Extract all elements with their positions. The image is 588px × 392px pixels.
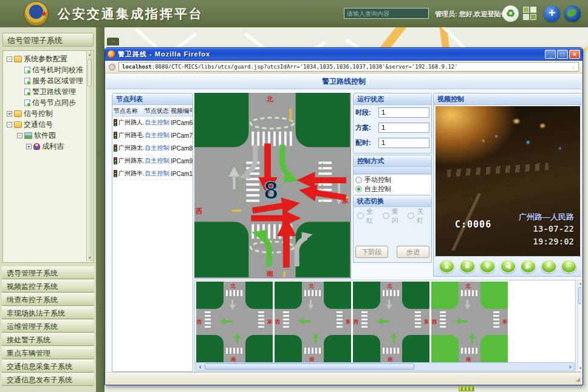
- vertical-scrollbar[interactable]: ▲ ▼: [577, 280, 581, 372]
- col-node-name[interactable]: 节点名称: [112, 105, 145, 116]
- node-status[interactable]: 自主控制: [145, 144, 169, 152]
- scrollbar-thumb[interactable]: [87, 59, 92, 87]
- scroll-down-icon[interactable]: ▼: [578, 365, 581, 371]
- field-value-input[interactable]: 1: [378, 107, 429, 118]
- tree-item[interactable]: - 软件园: [3, 130, 93, 141]
- col-video-id[interactable]: 视频编号: [169, 105, 193, 116]
- table-row[interactable]: 广州路半... 自主控制 IPCam10: [112, 167, 193, 180]
- sidebar-section[interactable]: 重点车辆管理: [2, 346, 94, 359]
- table-row[interactable]: 广州路太... 自主控制 IPCam8: [112, 142, 193, 155]
- close-button[interactable]: ×: [569, 50, 580, 59]
- tree-item[interactable]: - 交通信号: [3, 119, 93, 130]
- scroll-right-icon[interactable]: ›: [566, 363, 574, 370]
- sidebar-section[interactable]: 缉查布控子系统: [2, 293, 94, 306]
- tree-item-icon: [14, 110, 22, 117]
- tree-expander-icon[interactable]: +: [26, 144, 32, 149]
- ptz-button[interactable]: ■: [460, 260, 475, 273]
- node-list-title: 节点列表: [112, 93, 193, 105]
- resize-grip-icon[interactable]: ◢: [576, 376, 580, 382]
- radio-icon[interactable]: [383, 212, 389, 219]
- state-switch-radio[interactable]: 关灯: [408, 211, 428, 220]
- node-status[interactable]: 自主控制: [145, 169, 169, 178]
- sidebar-section[interactable]: 交通信息采集子系统: [2, 360, 94, 373]
- node-status[interactable]: 自主控制: [145, 118, 169, 127]
- sidebar-header-signal-subsystem[interactable]: 信号管理子系统: [2, 33, 94, 47]
- node-status[interactable]: 自主控制: [145, 131, 169, 140]
- tree-item[interactable]: + 成利吉: [3, 141, 93, 152]
- tree-item-icon: [24, 67, 30, 73]
- refresh-icon[interactable]: ♻: [502, 5, 519, 22]
- collapse-handle[interactable]: ‥: [107, 38, 119, 46]
- tree-item[interactable]: 服务器区域管理: [3, 75, 93, 86]
- state-switch-radio[interactable]: 黄闪: [383, 211, 403, 220]
- step-button[interactable]: 步进: [397, 246, 429, 258]
- tree-scrollbar[interactable]: ▲ ▼: [86, 52, 92, 262]
- minimize-button[interactable]: _: [545, 50, 556, 59]
- phase-thumbnails: 北 南 西 东: [196, 282, 508, 362]
- bookmark-star-icon[interactable]: ☆: [569, 63, 575, 71]
- tree-item[interactable]: 警卫路线管理: [3, 86, 93, 97]
- radio-icon[interactable]: [355, 177, 362, 183]
- sidebar-section[interactable]: 诱导管理子系统: [2, 266, 94, 279]
- scroll-up-icon[interactable]: ▲: [578, 280, 581, 286]
- tree-expander-icon[interactable]: -: [7, 56, 12, 62]
- state-switch-radio[interactable]: 全红: [357, 211, 377, 220]
- tree-expander-icon[interactable]: -: [7, 122, 12, 127]
- field-value-input[interactable]: 1: [378, 138, 429, 148]
- next-stage-button[interactable]: 下阶段: [355, 246, 388, 258]
- tree-expander-icon[interactable]: +: [7, 111, 12, 117]
- sidebar-section-label: 非现场执法子系统: [7, 309, 65, 317]
- svg-text:北: 北: [387, 283, 392, 289]
- ptz-button[interactable]: ▼: [480, 260, 495, 273]
- camera-feed[interactable]: C:0006 广州路—人民路 13-07-22 19:29:02: [436, 106, 580, 257]
- phase-thumbnail[interactable]: 北 南 西 东: [353, 282, 429, 362]
- col-node-status[interactable]: 节点状态: [145, 105, 169, 116]
- scroll-up-icon[interactable]: ▲: [87, 52, 92, 58]
- radio-icon[interactable]: [408, 212, 414, 219]
- phase-thumbnail[interactable]: 北 南 西 东: [275, 282, 351, 362]
- radio-icon[interactable]: [357, 212, 364, 219]
- table-row[interactable]: 广州路东... 自主控制 IPCam9: [112, 155, 193, 167]
- control-mode-radio[interactable]: 自主控制: [355, 184, 429, 194]
- tree-item[interactable]: + 信号控制: [3, 108, 93, 119]
- node-status[interactable]: 自主控制: [145, 157, 169, 165]
- tree-item[interactable]: 信号机时间校准: [3, 64, 93, 75]
- control-mode-radio[interactable]: 手动控制: [355, 175, 429, 184]
- field-value-input[interactable]: 1: [378, 123, 429, 133]
- ptz-button[interactable]: ▶: [521, 260, 536, 273]
- intersection-diagram[interactable]: 8 北 西 东 南: [194, 93, 351, 279]
- sidebar-section[interactable]: 视频监控子系统: [2, 280, 94, 292]
- tree-item[interactable]: - 系统参数配置: [3, 53, 93, 64]
- phase-thumbnail[interactable]: 北 南 西 东: [196, 282, 273, 362]
- ptz-button[interactable]: ◀: [501, 260, 516, 273]
- tree-item[interactable]: 信号节点同步: [3, 97, 93, 108]
- table-row[interactable]: 广州路人... 自主控制 IPCam6: [112, 117, 193, 129]
- sidebar-section[interactable]: 接处警子系统: [2, 333, 94, 346]
- sidebar-section[interactable]: 运维管理子系统: [2, 320, 94, 333]
- sidebar-section-label: 视频监控子系统: [7, 282, 58, 291]
- ptz-button[interactable]: +: [541, 260, 556, 273]
- horizontal-scrollbar[interactable]: ‹ ›: [196, 362, 575, 371]
- scroll-left-icon[interactable]: ‹: [196, 363, 204, 370]
- globe-icon[interactable]: [564, 5, 581, 22]
- firefox-icon: [108, 50, 115, 58]
- scrollbar-thumb[interactable]: [578, 287, 581, 304]
- phase-thumbnail[interactable]: 北 南 西 东: [431, 282, 508, 362]
- address-input[interactable]: localhost:8080/CTC-MICS/libs/utcs/guard.…: [118, 62, 579, 72]
- ptz-button[interactable]: −: [561, 260, 576, 273]
- tree-expander-icon[interactable]: -: [17, 133, 22, 138]
- scrollbar-thumb[interactable]: [205, 363, 414, 370]
- maximize-button[interactable]: □: [557, 50, 568, 59]
- add-icon[interactable]: +: [544, 5, 560, 22]
- phase-thumbnails-panel: 北 南 西 东: [194, 280, 576, 372]
- apps-grid-icon[interactable]: [523, 7, 536, 20]
- table-row[interactable]: 广州路毛... 自主控制 IPCam7: [112, 129, 193, 142]
- window-titlebar[interactable]: 警卫路线 - Mozilla Firefox _ □ ×: [105, 48, 583, 61]
- scroll-down-icon[interactable]: ▼: [87, 255, 92, 261]
- search-input[interactable]: [344, 8, 429, 19]
- radio-icon[interactable]: [355, 186, 362, 192]
- ptz-button[interactable]: ▲: [439, 260, 454, 273]
- sidebar-section[interactable]: 交通信息发布子系统: [2, 373, 94, 386]
- sidebar-section[interactable]: 非现场执法子系统: [2, 306, 94, 319]
- sidebar-section-label: 接处警子系统: [7, 336, 50, 344]
